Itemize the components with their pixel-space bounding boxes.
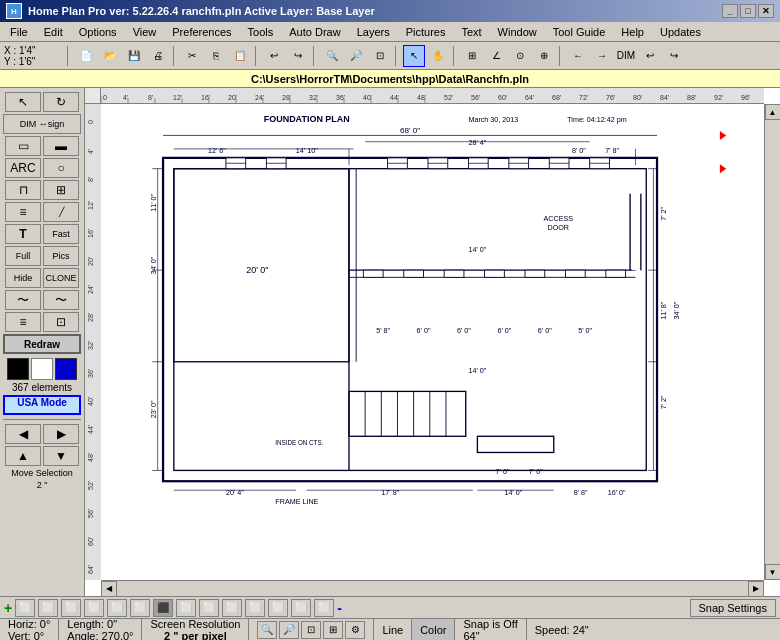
snap-mid-button[interactable]: ⊕ [533, 45, 555, 67]
menu-edit[interactable]: Edit [36, 24, 71, 40]
measure-tool-button[interactable]: ≡ [5, 312, 41, 332]
line-tool-button[interactable]: ╱ [43, 202, 79, 222]
menu-preferences[interactable]: Preferences [164, 24, 239, 40]
menu-options[interactable]: Options [71, 24, 125, 40]
zoom-icon-5[interactable]: ⚙ [345, 621, 365, 639]
pics-tool-button[interactable]: Pics [43, 246, 79, 266]
menu-text[interactable]: Text [453, 24, 489, 40]
tool2-button[interactable]: ⊡ [43, 312, 79, 332]
freehand-tool-button[interactable]: 〜 [43, 290, 79, 310]
rotate-tool-button[interactable]: ↻ [43, 92, 79, 112]
text-tool-button[interactable]: T [5, 224, 41, 244]
undo2-button[interactable]: ↩ [639, 45, 661, 67]
bt-icon-2[interactable]: ⬜ [38, 599, 58, 617]
nav-up-button[interactable]: ▲ [5, 446, 41, 466]
bt-icon-8[interactable]: ⬜ [176, 599, 196, 617]
redo2-button[interactable]: ↪ [663, 45, 685, 67]
color-swatch-white[interactable] [31, 358, 53, 380]
scroll-up-button[interactable]: ▲ [765, 104, 781, 120]
bt-icon-12[interactable]: ⬜ [268, 599, 288, 617]
select-button[interactable]: ↖ [403, 45, 425, 67]
menu-help[interactable]: Help [613, 24, 652, 40]
close-button[interactable]: ✕ [758, 4, 774, 18]
scroll-left-button[interactable]: ◀ [101, 581, 117, 597]
menu-file[interactable]: File [2, 24, 36, 40]
window-tool-button[interactable]: ⊞ [43, 180, 79, 200]
wall-tool-button[interactable]: ▬ [43, 136, 79, 156]
zoom-fit-button[interactable]: ⊡ [369, 45, 391, 67]
snap-angle-button[interactable]: ∠ [485, 45, 507, 67]
paste-button[interactable]: 📋 [229, 45, 251, 67]
scroll-right[interactable]: ▲ ▼ [764, 104, 780, 580]
zoom-minus-button[interactable]: - [337, 600, 342, 616]
menu-layers[interactable]: Layers [349, 24, 398, 40]
bt-icon-3[interactable]: ⬜ [61, 599, 81, 617]
bt-icon-5[interactable]: ⬜ [107, 599, 127, 617]
copy-button[interactable]: ⎘ [205, 45, 227, 67]
title-bar-controls[interactable]: _ □ ✕ [722, 4, 774, 18]
brush-tool-button[interactable]: 〜 [5, 290, 41, 310]
arrow-left-button[interactable]: ← [567, 45, 589, 67]
menu-window[interactable]: Window [490, 24, 545, 40]
dim-tool-button[interactable]: DIM ↔sign [3, 114, 81, 134]
bt-icon-6[interactable]: ⬜ [130, 599, 150, 617]
usa-mode-button[interactable]: USA Mode [3, 395, 81, 415]
redo-button[interactable]: ↪ [287, 45, 309, 67]
bt-icon-1[interactable]: ⬜ [15, 599, 35, 617]
snap-settings-button[interactable]: Snap Settings [690, 599, 777, 617]
pan-button[interactable]: ✋ [427, 45, 449, 67]
color-swatch-blue[interactable] [55, 358, 77, 380]
zoom-icon-3[interactable]: ⊡ [301, 621, 321, 639]
bt-icon-14[interactable]: ⬜ [314, 599, 334, 617]
cut-button[interactable]: ✂ [181, 45, 203, 67]
menu-tools[interactable]: Tools [240, 24, 282, 40]
color-section[interactable]: Color [412, 619, 455, 640]
hide-tool-button[interactable]: Hide [5, 268, 41, 288]
canvas-area[interactable]: 0 4' 8' 12' 16' 20' 24' 28' 32' 36' 40' … [85, 88, 780, 596]
zoom-icons-section[interactable]: 🔍 🔎 ⊡ ⊞ ⚙ [249, 619, 374, 640]
zoom-plus-button[interactable]: + [4, 600, 12, 616]
dim-button[interactable]: DIM [615, 45, 637, 67]
circle-tool-button[interactable]: ○ [43, 158, 79, 178]
scroll-bottom[interactable]: ◀ ▶ [101, 580, 764, 596]
scroll-down-button[interactable]: ▼ [765, 564, 781, 580]
new-button[interactable]: 📄 [75, 45, 97, 67]
zoom-icon-2[interactable]: 🔎 [279, 621, 299, 639]
clone-tool-button[interactable]: CLONE [43, 268, 79, 288]
door-tool-button[interactable]: ⊓ [5, 180, 41, 200]
nav-down-button[interactable]: ▼ [43, 446, 79, 466]
bt-icon-11[interactable]: ⬜ [245, 599, 265, 617]
menu-updates[interactable]: Updates [652, 24, 709, 40]
menu-pictures[interactable]: Pictures [398, 24, 454, 40]
redraw-button[interactable]: Redraw [3, 334, 81, 354]
zoom-out-button[interactable]: 🔎 [345, 45, 367, 67]
print-button[interactable]: 🖨 [147, 45, 169, 67]
maximize-button[interactable]: □ [740, 4, 756, 18]
minimize-button[interactable]: _ [722, 4, 738, 18]
rect-tool-button[interactable]: ▭ [5, 136, 41, 156]
undo-button[interactable]: ↩ [263, 45, 285, 67]
color-swatch-black[interactable] [7, 358, 29, 380]
nav-right-button[interactable]: ▶ [43, 424, 79, 444]
bt-icon-4[interactable]: ⬜ [84, 599, 104, 617]
stair-tool-button[interactable]: ≡ [5, 202, 41, 222]
bt-icon-9[interactable]: ⬜ [199, 599, 219, 617]
color-label[interactable]: Color [420, 624, 446, 636]
arc-tool-button[interactable]: ARC [5, 158, 41, 178]
scroll-right-button[interactable]: ▶ [748, 581, 764, 597]
zoom-in-button[interactable]: 🔍 [321, 45, 343, 67]
menu-toolguide[interactable]: Tool Guide [545, 24, 614, 40]
fast-tool-button[interactable]: Fast [43, 224, 79, 244]
drawing-canvas[interactable]: FOUNDATION PLAN March 30, 2013 Time: 04:… [101, 104, 764, 580]
menu-autodraw[interactable]: Auto Draw [281, 24, 348, 40]
bt-icon-7[interactable]: ⬛ [153, 599, 173, 617]
open-button[interactable]: 📂 [99, 45, 121, 67]
bt-icon-13[interactable]: ⬜ [291, 599, 311, 617]
nav-left-button[interactable]: ◀ [5, 424, 41, 444]
zoom-icon-1[interactable]: 🔍 [257, 621, 277, 639]
select-tool-button[interactable]: ↖ [5, 92, 41, 112]
arrow-right-button[interactable]: → [591, 45, 613, 67]
zoom-icon-4[interactable]: ⊞ [323, 621, 343, 639]
save-button[interactable]: 💾 [123, 45, 145, 67]
fill-tool-button[interactable]: Full [5, 246, 41, 266]
